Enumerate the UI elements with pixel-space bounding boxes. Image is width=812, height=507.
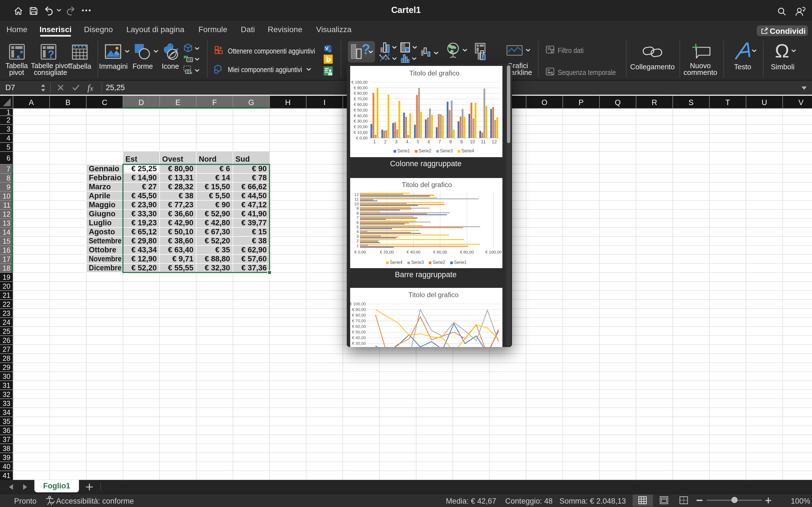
svg-text:€ 100,00: € 100,00 [350,302,366,306]
svg-text:€ 20,00: € 20,00 [379,249,393,254]
svg-text:Serie2: Serie2 [432,260,445,265]
svg-text:24: 24 [3,318,10,326]
svg-text:€ 78: € 78 [252,173,267,182]
svg-text:36: 36 [3,427,10,434]
svg-text:€ 39,77: € 39,77 [241,219,267,227]
svg-text:€ 42,80: € 42,80 [205,219,230,227]
svg-text:Titolo del grafico: Titolo del grafico [402,180,452,188]
svg-text:10: 10 [470,139,475,144]
svg-text:12: 12 [3,210,10,218]
svg-text:?: ? [48,48,54,60]
svg-text:21: 21 [3,291,10,299]
svg-text:Aprile: Aprile [89,191,110,200]
svg-text:2: 2 [356,238,358,243]
svg-text:€ 63,40: € 63,40 [168,245,193,254]
svg-text:Q: Q [615,98,620,107]
svg-text:€ 70,00: € 70,00 [353,97,367,101]
svg-text:€ 45,50: € 45,50 [132,191,157,200]
svg-text:€ 52,20: € 52,20 [205,237,230,245]
svg-text:9: 9 [356,206,358,210]
svg-text:€ 12,90: € 12,90 [132,255,157,263]
svg-text:€ 90,00: € 90,00 [352,307,365,312]
svg-text:€ 100,00: € 100,00 [351,80,367,84]
svg-text:€ 88,80: € 88,80 [205,255,230,263]
svg-text:€ 44,50: € 44,50 [241,191,267,200]
svg-text:€ 15: € 15 [252,228,267,236]
svg-text:Serie4: Serie4 [389,260,402,265]
svg-text:3: 3 [6,125,10,133]
svg-text:€ 30,00: € 30,00 [352,341,365,346]
svg-text:€ 80,00: € 80,00 [352,313,365,318]
svg-text:O: O [541,98,547,107]
svg-text:€ 60,00: € 60,00 [352,325,365,329]
svg-text:39: 39 [3,453,10,461]
svg-text:4: 4 [356,229,358,234]
svg-text:7: 7 [438,139,441,144]
svg-text:12: 12 [354,192,358,196]
svg-text:25: 25 [3,327,10,335]
svg-text:33: 33 [3,399,10,407]
svg-text:I: I [323,98,326,107]
svg-text:2: 2 [6,116,10,124]
svg-text:€ 36,60: € 36,60 [168,210,193,218]
svg-text:€ 23,90: € 23,90 [132,201,157,209]
svg-text:Serie1: Serie1 [397,149,410,153]
svg-text:Novembre: Novembre [89,255,121,263]
svg-text:A: A [29,98,34,107]
svg-text:€ 32,30: € 32,30 [205,264,230,272]
svg-text:Serie3: Serie3 [440,149,453,153]
svg-text:10: 10 [354,202,358,206]
svg-text:€ 38: € 38 [252,237,267,245]
svg-text:Titolo del grafico: Titolo del grafico [408,291,458,299]
svg-text:10: 10 [3,192,10,200]
svg-text:5: 5 [356,224,358,229]
svg-text:€ 50,00: € 50,00 [352,330,365,335]
svg-text:19: 19 [3,273,10,281]
svg-text:€ 6: € 6 [219,165,230,173]
svg-text:€ 42,90: € 42,90 [168,219,193,227]
svg-text:€ 77,23: € 77,23 [168,201,193,209]
svg-text:P: P [578,98,583,107]
svg-text:€ 55,55: € 55,55 [168,264,193,272]
svg-text:€ 90: € 90 [252,165,267,173]
svg-text:Ovest: Ovest [162,155,183,163]
svg-text:€ 67,30: € 67,30 [205,228,230,236]
svg-text:2: 2 [384,139,386,144]
svg-text:Dicembre: Dicembre [89,264,121,272]
svg-text:26: 26 [3,336,10,344]
svg-text:U: U [762,98,767,107]
svg-text:€ 60,00: € 60,00 [353,102,367,107]
svg-text:€ 28,32: € 28,32 [168,182,193,191]
svg-text:40: 40 [3,462,10,470]
svg-text:F: F [212,98,217,107]
svg-text:€ 9,71: € 9,71 [172,255,193,263]
svg-text:€ 90,00: € 90,00 [353,86,367,90]
svg-text:€ 40,00: € 40,00 [406,249,420,254]
svg-text:C: C [102,98,107,107]
svg-text:€ 5,50: € 5,50 [209,191,230,200]
svg-text:€ 13,31: € 13,31 [168,173,193,182]
svg-text:32: 32 [3,390,10,398]
svg-text:35: 35 [3,417,10,425]
svg-text:€ 57,60: € 57,60 [241,255,267,263]
svg-text:7: 7 [356,215,358,220]
svg-text:€ 41,90: € 41,90 [241,210,267,218]
svg-text:1: 1 [6,108,10,116]
svg-text:4: 4 [6,134,10,142]
svg-text:Serie3: Serie3 [411,260,423,265]
svg-text:Febbraio: Febbraio [89,173,121,182]
svg-text:15: 15 [3,237,10,245]
svg-text:€ 80,00: € 80,00 [460,249,473,254]
svg-text:€ 80,00: € 80,00 [353,91,367,96]
svg-text:Marzo: Marzo [89,182,111,191]
svg-text:Serie2: Serie2 [418,149,431,153]
svg-text:18: 18 [3,264,10,272]
svg-text:€ 50,10: € 50,10 [168,228,193,236]
svg-text:€ 60,00: € 60,00 [433,249,447,254]
svg-text:T: T [725,98,730,107]
svg-text:€ 27: € 27 [142,182,157,191]
svg-text:S: S [689,98,694,107]
svg-text:11: 11 [354,196,358,201]
svg-text:€ 0,00: € 0,00 [356,136,367,140]
svg-text:V: V [799,98,804,107]
